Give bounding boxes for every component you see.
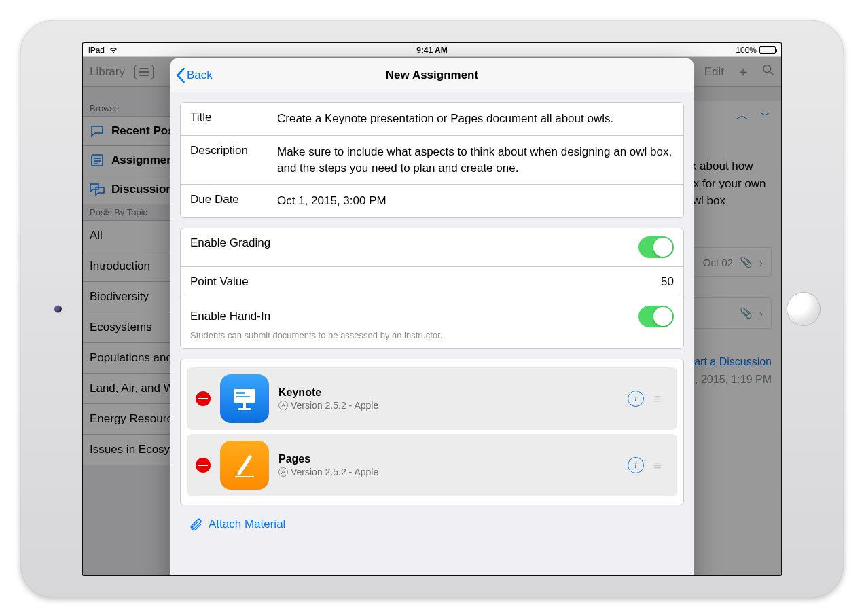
point-value: 50 [661,275,674,289]
enable-handin-toggle[interactable] [638,306,674,327]
attach-material-label: Attach Material [209,518,285,531]
device-label: iPad [88,46,105,55]
attachment-version: Version 2.5.2 - Apple [291,400,378,411]
svg-rect-10 [236,396,250,397]
enable-grading-row: Enable Grading [181,228,683,267]
modal-title: New Assignment [386,69,478,82]
drag-handle-icon[interactable]: ≡ [653,391,668,407]
status-bar: iPad 9:41 AM 100% [83,43,781,57]
status-time: 9:41 AM [317,46,546,55]
back-button[interactable]: Back [176,58,213,92]
ipad-frame: iPad 9:41 AM 100% Library Edit ＋ [20,20,844,598]
attachment-pages: Pages A Version 2.5.2 - Apple i ≡ [187,434,677,496]
ipad-home-button[interactable] [787,292,821,326]
point-value-row[interactable]: Point Value 50 [181,267,683,297]
due-date-value: Oct 1, 2015, 3:00 PM [277,193,674,209]
enable-grading-label: Enable Grading [190,236,270,258]
attach-material-button[interactable]: Attach Material [180,515,684,534]
assignment-details-group: Title Create a Keynote presentation or P… [180,102,684,218]
modal-header: Back New Assignment [170,58,694,92]
battery-icon [759,46,776,54]
due-date-row[interactable]: Due Date Oct 1, 2015, 3:00 PM [181,185,683,217]
drag-handle-icon[interactable]: ≡ [653,458,668,473]
keynote-app-icon [220,374,269,423]
title-row[interactable]: Title Create a Keynote presentation or P… [181,103,683,136]
delete-attachment-button[interactable] [196,458,211,473]
attachments-group: Keynote A Version 2.5.2 - Apple i ≡ [180,359,684,505]
attachment-version: Version 2.5.2 - Apple [291,467,378,477]
svg-rect-8 [238,408,251,410]
point-value-label: Point Value [190,275,249,289]
app-store-badge-icon: A [278,467,288,477]
delete-attachment-button[interactable] [196,391,211,406]
back-label: Back [187,69,213,82]
due-date-label: Due Date [190,193,265,209]
attachment-keynote: Keynote A Version 2.5.2 - Apple i ≡ [187,367,677,430]
title-label: Title [190,111,265,127]
enable-handin-label: Enable Hand-In [190,310,270,323]
info-button[interactable]: i [628,391,644,407]
title-value: Create a Keynote presentation or Pages d… [277,111,674,127]
svg-rect-11 [235,476,254,477]
description-row[interactable]: Description Make sure to include what as… [181,136,683,185]
battery-label: 100% [736,46,757,55]
ipad-screen: iPad 9:41 AM 100% Library Edit ＋ [82,42,782,576]
ipad-camera [54,306,62,313]
enable-grading-toggle[interactable] [638,236,674,258]
attachment-name: Pages [278,453,618,465]
grading-group: Enable Grading Point Value 50 Enable Han… [180,228,684,349]
pages-app-icon [220,441,269,490]
handin-subtext: Students can submit documents to be asse… [190,330,674,340]
info-button[interactable]: i [628,457,644,473]
attachment-name: Keynote [278,386,618,399]
new-assignment-modal: Back New Assignment Title Create a Keyno… [170,58,694,576]
wifi-icon [109,46,118,55]
enable-handin-row: Enable Hand-In Students can submit docum… [181,297,683,348]
description-value: Make sure to include what aspects to thi… [277,144,674,177]
modal-body: Title Create a Keynote presentation or P… [170,92,694,554]
description-label: Description [190,144,265,177]
svg-rect-9 [236,392,245,394]
app-store-badge-icon: A [278,401,288,410]
